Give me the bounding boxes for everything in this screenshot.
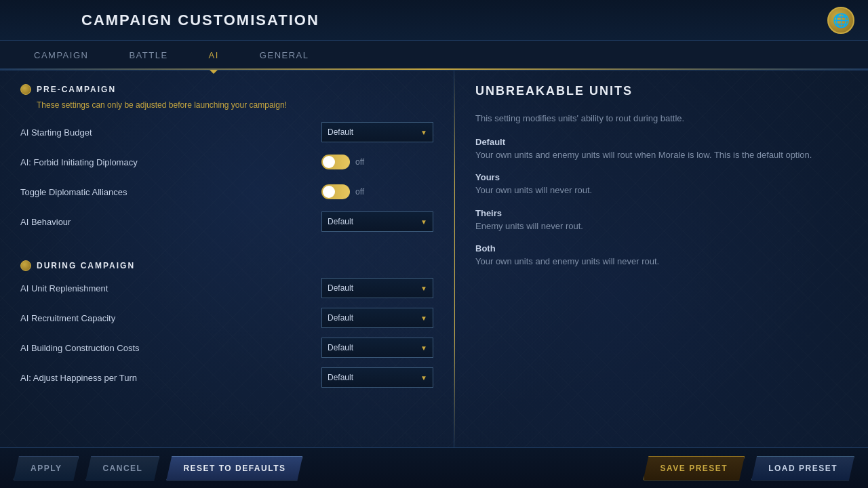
pre-campaign-title: PRE-CAMPAIGN: [37, 85, 116, 94]
setting-label-ai-behaviour: AI Behaviour: [20, 217, 321, 227]
during-campaign-icon: [20, 260, 31, 271]
info-panel-title: UNBREAKABLE UNITS: [475, 84, 848, 98]
dropdown-arrow-5: ▼: [420, 344, 427, 352]
dropdown-arrow-6: ▼: [420, 374, 427, 382]
bottom-right-buttons: SAVE PRESET LOAD PRESET: [644, 456, 854, 481]
setting-ai-forbid-diplomacy: AI: Forbid Initiating Diplomacy off: [20, 150, 433, 174]
bottom-bar: APPLY CANCEL RESET TO DEFAULTS SAVE PRES…: [0, 447, 868, 488]
pre-campaign-icon: [20, 84, 31, 95]
right-panel: UNBREAKABLE UNITS This setting modifies …: [455, 70, 868, 447]
dropdown-ai-happiness[interactable]: Default ▼: [321, 367, 433, 388]
bottom-left-buttons: APPLY CANCEL RESET TO DEFAULTS: [14, 456, 302, 481]
dropdown-ai-building-costs[interactable]: Default ▼: [321, 338, 433, 358]
during-campaign-header: DURING CAMPAIGN: [20, 260, 433, 271]
dropdown-arrow-2: ▼: [420, 218, 427, 226]
page-title: CAMPAIGN CUSTOMISATION: [81, 12, 319, 29]
apply-button[interactable]: APPLY: [14, 456, 79, 481]
dropdown-arrow-4: ▼: [420, 314, 427, 322]
tab-general[interactable]: GENERAL: [239, 41, 330, 70]
globe-icon[interactable]: [827, 7, 854, 34]
info-option-title-yours: Yours: [475, 172, 848, 182]
info-option-desc-yours: Your own units will never rout.: [475, 184, 848, 197]
tab-ai[interactable]: AI: [189, 41, 239, 70]
load-preset-button[interactable]: LOAD PRESET: [751, 456, 854, 481]
pre-campaign-settings: AI Starting Budget Default ▼ AI: Forbid …: [20, 121, 433, 233]
tab-underline: [0, 68, 868, 70]
dropdown-arrow: ▼: [420, 129, 427, 136]
setting-ai-unit-replenishment: AI Unit Replenishment Default ▼: [20, 277, 433, 300]
pre-campaign-header: PRE-CAMPAIGN: [20, 84, 433, 95]
tab-battle[interactable]: BATTLE: [108, 41, 188, 70]
tab-campaign[interactable]: CAMPAIGN: [14, 41, 108, 70]
setting-ai-happiness: AI: Adjust Happiness per Turn Default ▼: [20, 366, 433, 389]
setting-label-ai-starting-budget: AI Starting Budget: [20, 127, 321, 138]
save-preset-button[interactable]: SAVE PRESET: [644, 456, 745, 481]
setting-ai-building-costs: AI Building Construction Costs Default ▼: [20, 336, 433, 359]
dropdown-arrow-3: ▼: [420, 285, 427, 292]
tabs-line: CAMPAIGN BATTLE AI GENERAL: [14, 41, 854, 70]
toggle-ai-forbid-diplomacy[interactable]: off: [321, 155, 433, 169]
info-option-yours: Yours Your own units will never rout.: [475, 172, 848, 197]
toggle-switch-alliances[interactable]: [321, 184, 350, 199]
setting-ai-recruitment-capacity: AI Recruitment Capacity Default ▼: [20, 306, 433, 329]
setting-label-toggle-alliances: Toggle Diplomatic Alliances: [20, 187, 321, 197]
info-option-title-both: Both: [475, 243, 848, 253]
setting-ai-starting-budget: AI Starting Budget Default ▼: [20, 121, 433, 144]
reset-to-defaults-button[interactable]: RESET TO DEFAULTS: [166, 456, 302, 481]
dropdown-ai-unit-replenishment[interactable]: Default ▼: [321, 278, 433, 298]
info-option-desc-default: Your own units and enemy units will rout…: [475, 148, 848, 162]
toggle-label-diplomacy: off: [355, 157, 364, 167]
dropdown-ai-behaviour[interactable]: Default ▼: [321, 211, 433, 232]
setting-ai-behaviour: AI Behaviour Default ▼: [20, 210, 433, 233]
during-campaign-settings: AI Unit Replenishment Default ▼ AI Recru…: [20, 277, 433, 389]
dropdown-ai-starting-budget[interactable]: Default ▼: [321, 122, 433, 142]
setting-label-ai-building-costs: AI Building Construction Costs: [20, 343, 321, 353]
main-container: CAMPAIGN CUSTOMISATION CAMPAIGN BATTLE A…: [0, 0, 868, 488]
setting-toggle-alliances: Toggle Diplomatic Alliances off: [20, 180, 433, 203]
content-area: PRE-CAMPAIGN These settings can only be …: [0, 70, 868, 447]
tab-active-indicator: [210, 70, 218, 74]
setting-label-ai-recruitment-capacity: AI Recruitment Capacity: [20, 313, 321, 323]
toggle-switch-diplomacy[interactable]: [321, 155, 350, 169]
info-intro-text: This setting modifies units' ability to …: [475, 112, 848, 126]
cancel-button[interactable]: CANCEL: [85, 456, 159, 481]
setting-label-ai-unit-replenishment: AI Unit Replenishment: [20, 283, 321, 293]
section-separator: [20, 247, 433, 260]
toggle-label-alliances: off: [355, 187, 364, 197]
info-option-title-theirs: Theirs: [475, 208, 848, 218]
left-panel: PRE-CAMPAIGN These settings can only be …: [0, 70, 454, 447]
pre-campaign-warning: These settings can only be adjusted befo…: [37, 100, 433, 110]
info-option-title-default: Default: [475, 137, 848, 147]
info-option-both: Both Your own units and enemy units will…: [475, 243, 848, 268]
info-option-desc-both: Your own units and enemy units will neve…: [475, 255, 848, 268]
during-campaign-title: DURING CAMPAIGN: [37, 261, 135, 270]
setting-label-ai-forbid-diplomacy: AI: Forbid Initiating Diplomacy: [20, 157, 321, 167]
tabs-bar: CAMPAIGN BATTLE AI GENERAL: [0, 41, 868, 70]
info-option-desc-theirs: Enemy units will never rout.: [475, 220, 848, 233]
dropdown-ai-recruitment-capacity[interactable]: Default ▼: [321, 308, 433, 328]
toggle-alliances[interactable]: off: [321, 184, 433, 199]
top-bar: CAMPAIGN CUSTOMISATION: [0, 0, 868, 41]
info-option-default: Default Your own units and enemy units w…: [475, 137, 848, 162]
info-option-theirs: Theirs Enemy units will never rout.: [475, 208, 848, 233]
setting-label-ai-happiness: AI: Adjust Happiness per Turn: [20, 373, 321, 383]
info-intro-block: This setting modifies units' ability to …: [475, 112, 848, 126]
